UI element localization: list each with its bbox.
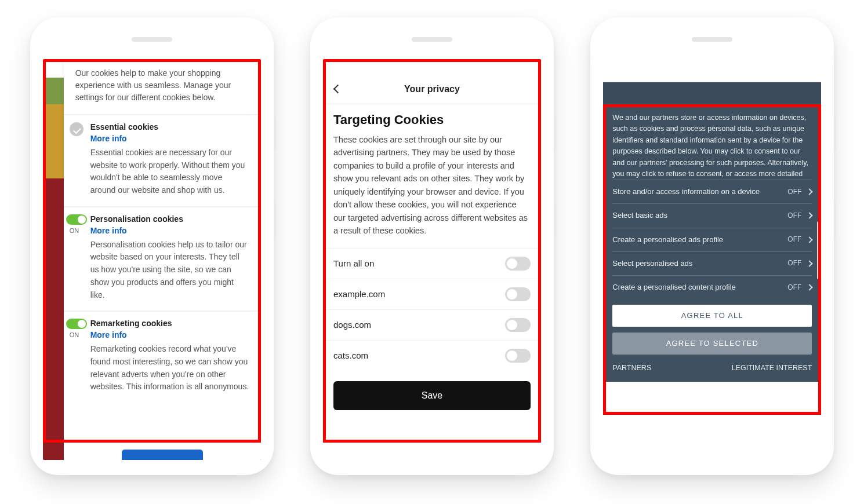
phone-side-button xyxy=(554,116,556,151)
toggle-switch[interactable] xyxy=(505,257,531,271)
app-bar xyxy=(603,82,821,103)
toggle-state-label: ON xyxy=(70,227,79,234)
phone-side-button xyxy=(834,203,836,238)
save-button[interactable] xyxy=(122,450,203,460)
vendor-row: example.com xyxy=(323,279,541,309)
row-label: example.com xyxy=(333,289,385,299)
chevron-right-icon xyxy=(807,236,813,243)
section-body: Essential cookies are necessary for our … xyxy=(90,147,249,197)
row-state: OFF xyxy=(787,258,801,269)
phone-screen: Your privacy Targeting Cookies These coo… xyxy=(323,59,541,460)
check-icon xyxy=(70,122,84,136)
back-icon[interactable] xyxy=(331,83,343,95)
vendor-row: dogs.com xyxy=(323,309,541,340)
phone-side-button xyxy=(274,203,276,238)
consent-panel: We and our partners store or access info… xyxy=(603,103,821,382)
phone-screen: Our cookies help to make your shopping e… xyxy=(43,59,261,460)
row-label: Create a personalised ads profile xyxy=(612,234,723,246)
more-info-link[interactable]: More info xyxy=(90,134,127,143)
row-state: OFF xyxy=(787,234,801,245)
more-info-link[interactable]: More info xyxy=(90,330,127,339)
row-label: Store and/or access information on a dev… xyxy=(612,186,760,198)
phone-mockup-2: Your privacy Targeting Cookies These coo… xyxy=(310,17,554,475)
row-label: Create a personalised content profile xyxy=(612,282,735,293)
personalisation-cookies-section: ON Personalisation cookies More info Per… xyxy=(64,206,261,311)
status-bar xyxy=(603,59,821,82)
legitimate-interest-link[interactable]: LEGITIMATE INTEREST xyxy=(732,363,812,374)
consent-intro-text: We and our partners store or access info… xyxy=(612,112,812,180)
phone-side-button xyxy=(274,116,276,151)
cookie-settings-panel: Our cookies help to make your shopping e… xyxy=(64,59,261,460)
chevron-right-icon xyxy=(807,189,813,195)
vendor-row: cats.com xyxy=(323,340,541,371)
row-state: OFF xyxy=(787,187,801,198)
section-body: Remarketing cookies record what you've f… xyxy=(90,343,249,393)
phone-screen: We and our partners store or access info… xyxy=(603,59,821,460)
phone-side-button xyxy=(554,203,556,238)
page-description: These cookies are set through our site b… xyxy=(323,133,541,248)
phone-speaker xyxy=(132,37,172,42)
privacy-header: Your privacy xyxy=(323,74,541,104)
button-label: AGREE TO SELECTED xyxy=(666,338,758,349)
toggle-switch[interactable] xyxy=(66,319,87,329)
phone-mockup-1: Our cookies help to make your shopping e… xyxy=(30,17,274,475)
consent-footer: PARTNERS LEGITIMATE INTEREST xyxy=(612,355,812,374)
row-label: Select basic ads xyxy=(612,210,667,221)
section-body: Personalisation cookies help us to tailo… xyxy=(90,239,249,301)
page-title: Targeting Cookies xyxy=(323,104,541,133)
toggle-state-label: ON xyxy=(70,331,79,338)
toggle-switch[interactable] xyxy=(505,287,531,301)
cookie-intro-text: Our cookies help to make your shopping e… xyxy=(64,59,261,114)
row-label: dogs.com xyxy=(333,320,371,330)
section-title: Personalisation cookies xyxy=(90,214,249,224)
agree-to-selected-button[interactable]: AGREE TO SELECTED xyxy=(612,333,812,355)
essential-cookies-section: Essential cookies More info Essential co… xyxy=(64,114,261,206)
row-label: Select personalised ads xyxy=(612,258,692,269)
section-title: Remarketing cookies xyxy=(90,319,249,328)
save-button[interactable]: Save xyxy=(333,381,531,410)
purpose-row[interactable]: Select personalised ads OFF xyxy=(612,251,812,275)
agree-to-all-button[interactable]: AGREE TO ALL xyxy=(612,305,812,327)
row-label: cats.com xyxy=(333,350,368,360)
remarketing-cookies-section: ON Remarketing cookies More info Remarke… xyxy=(64,311,261,403)
phone-speaker xyxy=(692,37,732,42)
purpose-row[interactable]: Create a personalised content profile OF… xyxy=(612,275,812,299)
scrollbar[interactable] xyxy=(817,221,820,279)
row-state: OFF xyxy=(787,282,801,293)
chevron-right-icon xyxy=(807,213,813,219)
more-info-link[interactable]: More info xyxy=(90,226,127,235)
save-button-label: Save xyxy=(422,390,442,401)
row-label: Turn all on xyxy=(333,258,374,268)
toggle-switch[interactable] xyxy=(505,349,531,363)
button-label: AGREE TO ALL xyxy=(681,310,743,322)
header-title: Your privacy xyxy=(404,84,460,94)
status-bar xyxy=(323,59,541,74)
purpose-row[interactable]: Create a personalised ads profile OFF xyxy=(612,228,812,251)
phone-mockup-3: We and our partners store or access info… xyxy=(590,17,834,475)
toggle-switch[interactable] xyxy=(505,318,531,332)
partners-link[interactable]: PARTNERS xyxy=(612,363,651,374)
phone-side-button xyxy=(834,116,836,151)
toggle-switch[interactable] xyxy=(66,214,87,225)
row-state: OFF xyxy=(787,210,801,221)
purpose-row[interactable]: Store and/or access information on a dev… xyxy=(612,180,812,203)
chevron-right-icon xyxy=(807,260,813,266)
turn-all-on-row: Turn all on xyxy=(323,248,541,279)
purpose-row[interactable]: Select basic ads OFF xyxy=(612,203,812,227)
phone-speaker xyxy=(412,37,452,42)
chevron-right-icon xyxy=(807,284,813,290)
section-title: Essential cookies xyxy=(90,122,249,132)
